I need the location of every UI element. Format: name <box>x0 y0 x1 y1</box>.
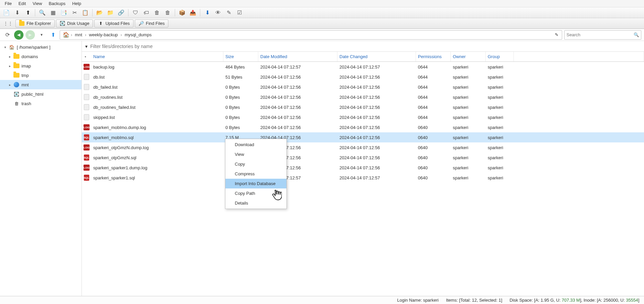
menu-file[interactable]: File <box>1 0 15 7</box>
filter-input[interactable] <box>90 44 641 49</box>
cell-group: sparkeri <box>486 95 514 100</box>
folder-move-icon[interactable]: 📁 <box>107 9 114 16</box>
col-permissions[interactable]: Permissions <box>416 52 451 61</box>
search-icon[interactable]: 🔍 <box>39 9 46 16</box>
tab-label: Upload Files <box>105 21 129 26</box>
menu-view[interactable]: View <box>29 0 45 7</box>
compress-icon[interactable]: 📦 <box>178 9 186 16</box>
download-arrow-icon[interactable]: ⬇ <box>204 9 211 16</box>
tree-item-mnt[interactable]: ▸mnt <box>0 80 82 89</box>
upload-icon[interactable]: ⬆ <box>24 9 32 16</box>
preview-icon[interactable]: 👁 <box>214 9 222 16</box>
cell-perm: 0640 <box>416 145 451 150</box>
table-row[interactable]: LOGsparkeri_mobImo.dump.log0 Bytes2024-0… <box>82 122 644 132</box>
search-icon[interactable]: 🔍 <box>634 32 639 37</box>
edit-path-icon[interactable]: ✎ <box>552 32 560 37</box>
trash-icon[interactable]: 🗑 <box>164 9 171 16</box>
ctx-details[interactable]: Details <box>225 198 286 208</box>
cell-name: db.list <box>91 75 223 80</box>
table-row[interactable]: LOGsparkeri_otpGmzN.dump.log0 Bytes2024-… <box>82 142 644 153</box>
folder-open-icon[interactable]: 📂 <box>96 9 103 16</box>
col-group[interactable]: Group <box>486 52 514 61</box>
table-row[interactable]: SQLsparkeri_sparker1.sql19.56 M2024-04-1… <box>82 173 644 183</box>
paste-icon[interactable]: 📋 <box>82 9 89 16</box>
ctx-copy[interactable]: Copy <box>225 159 286 169</box>
ctx-download[interactable]: Download <box>225 140 286 149</box>
cell-name: sparkeri_sparker1.sql <box>91 175 223 180</box>
permissions-icon[interactable]: 🛡 <box>132 9 139 16</box>
ctx-copy-path[interactable]: Copy Path <box>225 188 286 198</box>
folder-tree[interactable]: ▾ 🏠 [ /home/sparkeri ] ▸domains▸imaptmp▸… <box>0 41 82 296</box>
tab-disk-usage[interactable]: 💽 Disk Usage <box>56 19 93 28</box>
col-date-mod[interactable]: Date Modified <box>258 52 337 61</box>
cell-perm: 0644 <box>416 115 451 120</box>
table-row[interactable]: SQLsparkeri_otpGmzN.sql127.62 K2024-04-1… <box>82 153 644 163</box>
table-row[interactable]: SQLsparkeri_mobImo.sql7.15 M2024-04-14 0… <box>82 132 644 142</box>
crumb-mnt[interactable]: mnt <box>72 32 85 37</box>
tab-upload-files[interactable]: ⬆ Upload Files <box>94 19 133 28</box>
menu-help[interactable]: Help <box>69 0 85 7</box>
checklist-icon[interactable]: ☑ <box>236 9 243 16</box>
folder-link-icon[interactable]: 🔗 <box>117 9 125 16</box>
expand-icon[interactable]: ▸ <box>7 64 12 68</box>
table-row[interactable]: LOGsparkeri_sparker1.dump.log0 Bytes2024… <box>82 163 644 173</box>
view-tabs: ⋮⋮ File Explorer 💽 Disk Usage ⬆ Upload F… <box>0 18 644 29</box>
copy-icon[interactable]: 📑 <box>60 9 67 16</box>
tree-item-tmp[interactable]: tmp <box>0 71 82 80</box>
grip-icon[interactable]: ⋮⋮ <box>2 20 14 27</box>
tree-item-domains[interactable]: ▸domains <box>0 52 82 61</box>
forward-button[interactable]: ► <box>25 30 35 40</box>
table-row[interactable]: db_failed.list0 Bytes2024-04-14 07:12:56… <box>82 82 644 92</box>
breadcrumb[interactable]: 🏠 › mnt › weekly-backup › mysql_dumps ✎ <box>60 30 562 40</box>
history-dropdown-icon[interactable]: ▼ <box>37 30 46 40</box>
menu-backups[interactable]: Backups <box>45 0 69 7</box>
file-table[interactable]: ◂ Name Size Date Modified Date Changed P… <box>82 52 644 296</box>
tree-root[interactable]: ▾ 🏠 [ /home/sparkeri ] <box>0 42 82 52</box>
filter-icon[interactable]: ▾ <box>85 44 88 49</box>
download-icon[interactable]: ⬇ <box>13 9 21 16</box>
back-button[interactable]: ◄ <box>14 30 23 40</box>
cut-icon[interactable]: ✂ <box>71 9 78 16</box>
tree-item-public_html[interactable]: 💽public_html <box>0 89 82 99</box>
crumb-mysql-dumps[interactable]: mysql_dumps <box>122 32 154 37</box>
rename-icon[interactable]: 🏷 <box>143 9 150 16</box>
cell-size: 464 Bytes <box>223 64 258 70</box>
ctx-compress[interactable]: Compress <box>225 169 286 179</box>
folder-icon <box>13 53 19 59</box>
col-sort[interactable]: ◂ <box>82 52 91 61</box>
select-all-icon[interactable]: ▦ <box>49 9 57 16</box>
col-date-chg[interactable]: Date Changed <box>337 52 416 61</box>
cell-group: sparkeri <box>486 105 514 110</box>
ctx-view[interactable]: View <box>225 149 286 159</box>
collapse-icon[interactable]: ▾ <box>3 45 7 49</box>
tree-item-trash[interactable]: 🗑trash <box>0 99 82 108</box>
edit-icon[interactable]: ✎ <box>225 9 232 16</box>
table-row[interactable]: db.list51 Bytes2024-04-14 07:12:562024-0… <box>82 72 644 82</box>
new-file-icon[interactable]: 📄 <box>3 9 10 16</box>
refresh-icon[interactable]: ⟳ <box>3 30 12 40</box>
col-name[interactable]: Name <box>91 52 223 61</box>
expand-icon[interactable]: ▸ <box>7 83 12 87</box>
cell-dc: 2024-04-14 07:12:56 <box>337 165 416 170</box>
tab-file-explorer[interactable]: File Explorer <box>15 19 55 28</box>
tab-find-files[interactable]: 🔎 Find Files <box>135 19 168 28</box>
table-row[interactable]: db_routines.list0 Bytes2024-04-14 07:12:… <box>82 92 644 102</box>
crumb-weekly-backup[interactable]: weekly-backup <box>86 32 120 37</box>
table-row[interactable]: skipped.list0 Bytes2024-04-14 07:12:5620… <box>82 112 644 122</box>
cell-size: 0 Bytes <box>223 105 258 110</box>
table-row[interactable]: LOGbackup.log464 Bytes2024-04-14 07:12:5… <box>82 62 644 72</box>
tree-item-imap[interactable]: ▸imap <box>0 61 82 71</box>
col-size[interactable]: Size <box>223 52 258 61</box>
delete-file-icon[interactable]: 🗑 <box>153 9 161 16</box>
col-owner[interactable]: Owner <box>451 52 486 61</box>
expand-icon[interactable]: ▸ <box>7 55 12 58</box>
extract-icon[interactable]: 📤 <box>189 9 197 16</box>
up-folder-icon[interactable]: ⬆ <box>48 30 58 40</box>
home-icon[interactable]: 🏠 <box>61 30 71 40</box>
menu-edit[interactable]: Edit <box>15 0 29 7</box>
ctx-import-into-database[interactable]: Import Into Database <box>225 179 286 188</box>
search-box[interactable]: 🔍 <box>564 30 641 40</box>
tree-item-label: domains <box>21 54 38 59</box>
table-row[interactable]: db_routines_failed.list0 Bytes2024-04-14… <box>82 102 644 112</box>
search-input[interactable] <box>567 32 634 37</box>
